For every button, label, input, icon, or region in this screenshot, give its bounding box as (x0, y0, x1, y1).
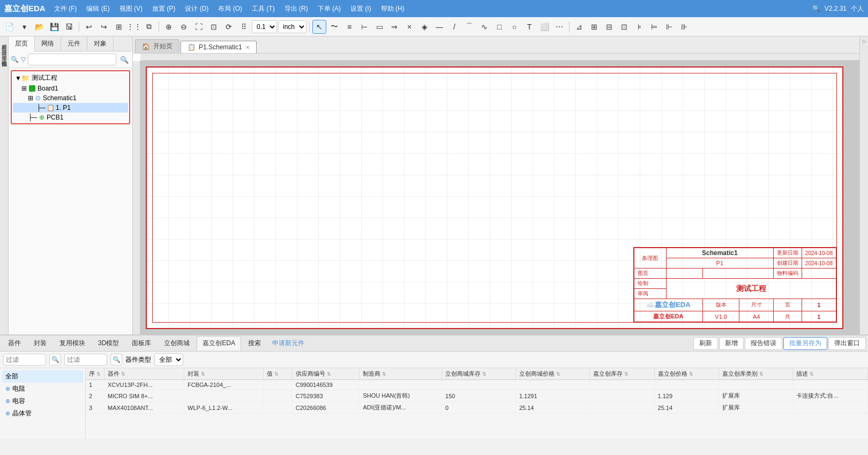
filter2-search-btn[interactable]: 🔍 (110, 354, 122, 366)
col-jlc-price[interactable]: 立创商城价格⇅ (515, 368, 589, 380)
tree-root[interactable]: ▼ 📁 测试工程 (13, 72, 128, 84)
tab-footprint[interactable]: 封装 (28, 336, 53, 350)
tab-objects[interactable]: 对象 (87, 36, 114, 51)
tab-p1-schematic[interactable]: 📋 P1.Schematic1 ✕ (181, 41, 257, 53)
net-port-tool[interactable]: ▭ (372, 20, 386, 34)
extra5[interactable]: ⊧ (632, 20, 646, 34)
filter1-search-btn[interactable]: 🔍 (49, 354, 61, 366)
menu-edit[interactable]: 编辑 (E) (82, 3, 114, 14)
save-all-button[interactable]: 🖫 (62, 20, 76, 34)
menu-layout[interactable]: 布局 (O) (214, 3, 246, 14)
extra1[interactable]: ⊿ (572, 20, 586, 34)
search-icon[interactable]: 🔍 (812, 5, 820, 12)
col-jlc-stock[interactable]: 立创商城库存⇅ (442, 368, 516, 380)
tab-layers[interactable]: 层页 (9, 36, 35, 51)
tree-pcb1[interactable]: ├─ ⊕ PCB1 (13, 113, 128, 122)
bezier-tool[interactable]: ∿ (477, 20, 491, 34)
tab-jlceda[interactable]: 嘉立创EDA (197, 336, 241, 350)
category-type-select[interactable]: 全部 (154, 353, 183, 366)
tab-nets[interactable]: 网络 (35, 36, 61, 51)
col-jlc2-category[interactable]: 嘉立创库类别⇅ (719, 368, 793, 380)
sidebar-toggle-props[interactable]: 器件属性准化 (0, 55, 9, 59)
component-tool[interactable]: ◈ (417, 20, 431, 34)
tree-schematic1[interactable]: ⊞ ⊙ Schematic1 (13, 93, 128, 103)
menu-view[interactable]: 视图 (V) (115, 3, 147, 14)
tab-close-button[interactable]: ✕ (245, 44, 250, 50)
tree-board1[interactable]: ⊞ Board1 (13, 84, 128, 93)
col-package[interactable]: 封装⇅ (184, 368, 264, 380)
cat-all[interactable]: 全部 (2, 370, 83, 383)
menu-settings[interactable]: 设置 (I) (346, 3, 376, 14)
col-supplier-no[interactable]: 供应商编号⇅ (292, 368, 360, 380)
table-row[interactable]: 1 XCVU13P-2FH... FCBGA-2104_... C9900146… (86, 380, 868, 390)
sidebar-toggle-design[interactable]: 工程设计 (0, 44, 9, 48)
col-jlc2-price[interactable]: 嘉立创价格⇅ (654, 368, 719, 380)
extra2[interactable]: ⊞ (587, 20, 601, 34)
tab-panel[interactable]: 面板库 (126, 336, 157, 350)
export-window-button[interactable]: 弹出窗口 (828, 337, 866, 350)
tab-3d[interactable]: 3D模型 (92, 336, 125, 350)
tab-lcsc[interactable]: 立创商城 (158, 336, 196, 350)
extra8[interactable]: ⊪ (677, 20, 691, 34)
zoom-fit-button[interactable]: ⛶ (192, 20, 206, 34)
tab-parts[interactable]: 器件 (2, 336, 27, 350)
wire-tool[interactable]: 〜 (327, 20, 341, 34)
panel-search-button[interactable]: 🔍 (118, 54, 130, 65)
col-jlc2-stock[interactable]: 嘉立创库存⇅ (589, 368, 654, 380)
open-button[interactable]: 📂 (32, 20, 46, 34)
copy-button[interactable]: ⧉ (142, 20, 156, 34)
grid-dots-button[interactable]: ⠿ (237, 20, 251, 34)
menu-order[interactable]: 下单 (A) (313, 3, 345, 14)
menu-place[interactable]: 放置 (P) (148, 3, 179, 14)
zoom-in-button[interactable]: ⊕ (162, 20, 176, 34)
schematic-canvas[interactable]: 条理图 Schematic1 更新日期 2024-10-08 P1 创建日期 2… (133, 54, 859, 334)
tab-components[interactable]: 元件 (61, 36, 87, 51)
new-button[interactable]: 📄 (2, 20, 16, 34)
col-manufacturer[interactable]: 制造商⇅ (360, 368, 442, 380)
undo-button[interactable]: ↩ (82, 20, 96, 34)
tree-p1[interactable]: ├─ 📋 1. P1 (13, 103, 128, 113)
col-description[interactable]: 描述⇅ (793, 368, 868, 380)
rect-tool[interactable]: □ (492, 20, 506, 34)
power-tool[interactable]: ⇒ (387, 20, 401, 34)
menu-help[interactable]: 帮助 (H) (377, 3, 409, 14)
menu-tools[interactable]: 工具 (T) (248, 3, 279, 14)
net-label-tool[interactable]: ⊢ (357, 20, 371, 34)
extra3[interactable]: ⊟ (602, 20, 616, 34)
filter-icon[interactable]: ▽ (21, 56, 26, 63)
add-button[interactable]: 新增 (719, 337, 744, 350)
report-error-button[interactable]: 报告错误 (745, 337, 782, 350)
tab-start-page[interactable]: 🏠 开始页 (135, 39, 179, 53)
col-num[interactable]: 序⇅ (86, 368, 104, 380)
apply-new-component-link[interactable]: 申请新元件 (272, 339, 304, 348)
bus-tool[interactable]: ≡ (342, 20, 356, 34)
col-value[interactable]: 值⇅ (264, 368, 293, 380)
snap-button[interactable]: ⋮⋮ (127, 20, 141, 34)
zoom-out-button[interactable]: ⊖ (177, 20, 191, 34)
canvas-content[interactable]: 条理图 Schematic1 更新日期 2024-10-08 P1 创建日期 2… (140, 61, 859, 334)
refresh-view-button[interactable]: ⟳ (222, 20, 236, 34)
sidebar-toggle-common[interactable]: 常用库 (0, 49, 9, 54)
no-connect-tool[interactable]: × (402, 20, 416, 34)
table-row[interactable]: 2 MICRO SIM 8+... C7529383 SHOU HAN(首韩) … (86, 390, 868, 402)
grid-view-button[interactable]: ⊞ (112, 20, 126, 34)
col-part[interactable]: 器件⇅ (104, 368, 184, 380)
batch-save-button[interactable]: 批量另存为 (783, 337, 827, 350)
refresh-button[interactable]: 刷新 (693, 337, 718, 350)
zoom-area-button[interactable]: ⊡ (207, 20, 221, 34)
grid-value-select[interactable]: 0.1 (252, 20, 277, 33)
save-button[interactable]: 💾 (47, 20, 61, 34)
cat-resistor[interactable]: ⊕ 电阻 (2, 383, 83, 395)
image-tool[interactable]: ⬜ (537, 20, 551, 34)
text-tool[interactable]: T (522, 20, 536, 34)
redo-button[interactable]: ↪ (97, 20, 111, 34)
cat-capacitor[interactable]: ⊕ 电容 (2, 395, 83, 407)
arc-tool[interactable]: ⌒ (462, 20, 476, 34)
pointer-tool[interactable]: ↖ (312, 20, 326, 34)
table-row[interactable]: 3 MAX40108ANT... WLP-6_L1.2-W... C202660… (86, 402, 868, 414)
tab-search[interactable]: 搜索 (242, 336, 267, 350)
filter1-input[interactable] (3, 354, 46, 366)
menu-file[interactable]: 文件 (F) (50, 3, 81, 14)
panel-search-input[interactable] (28, 54, 116, 65)
menu-export[interactable]: 导出 (R) (280, 3, 312, 14)
